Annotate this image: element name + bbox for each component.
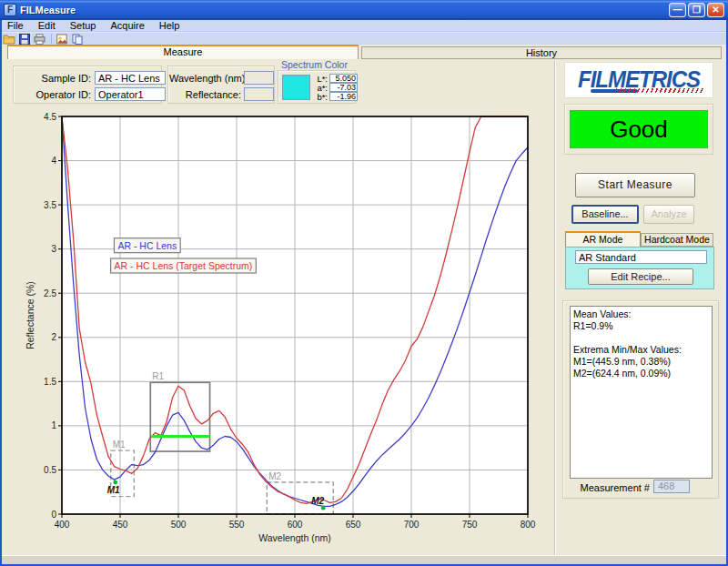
recipe-input[interactable] bbox=[575, 250, 707, 264]
svg-text:M2: M2 bbox=[268, 471, 281, 481]
edit-recipe-button[interactable]: Edit Recipe... bbox=[588, 268, 693, 285]
svg-text:M1: M1 bbox=[107, 485, 120, 495]
toolbar bbox=[0, 33, 728, 45]
menu-edit[interactable]: Edit bbox=[31, 20, 63, 32]
lab-a-row: a*: -7.03 bbox=[313, 83, 358, 92]
lab-a-value: -7.03 bbox=[329, 83, 358, 92]
close-button[interactable]: ✕ bbox=[707, 3, 724, 17]
svg-text:4: 4 bbox=[51, 156, 56, 166]
menu-file[interactable]: File bbox=[0, 20, 31, 32]
svg-text:3: 3 bbox=[51, 244, 56, 254]
logo-hatch bbox=[616, 88, 703, 93]
lab-b-label: b*: bbox=[313, 92, 328, 102]
spectrum-chart[interactable]: 40045050055060065070075080000.511.522.53… bbox=[22, 106, 546, 561]
svg-text:AR - HC Lens: AR - HC Lens bbox=[117, 240, 177, 251]
svg-text:Wavelength (nm): Wavelength (nm) bbox=[258, 532, 331, 543]
svg-text:600: 600 bbox=[288, 520, 303, 530]
measurement-number-value: 468 bbox=[653, 480, 690, 493]
minimize-button[interactable]: — bbox=[669, 3, 686, 17]
svg-text:1: 1 bbox=[51, 420, 56, 430]
app-icon: F bbox=[4, 4, 16, 16]
svg-text:0.5: 0.5 bbox=[44, 465, 56, 475]
svg-text:550: 550 bbox=[229, 520, 245, 530]
svg-text:2: 2 bbox=[51, 332, 56, 342]
operator-id-input[interactable] bbox=[95, 87, 166, 101]
operator-id-label: Operator ID: bbox=[18, 89, 91, 100]
menu-acquire[interactable]: Acquire bbox=[103, 20, 151, 32]
lab-b-row: b*: -1.96 bbox=[313, 92, 358, 101]
reflectance-label: Reflectance: bbox=[169, 89, 241, 100]
tab-hardcoat-mode[interactable]: Hardcoat Mode bbox=[641, 233, 713, 247]
print-icon[interactable] bbox=[33, 34, 46, 45]
app-window: F FILMeasure — ❐ ✕ File Edit Setup Acqui… bbox=[0, 0, 728, 566]
analyze-button[interactable]: Analyze bbox=[643, 205, 694, 224]
restore-button[interactable]: ❐ bbox=[688, 3, 705, 17]
tab-ar-mode[interactable]: AR Mode bbox=[565, 231, 641, 247]
sample-id-label: Sample ID: bbox=[18, 73, 91, 84]
lab-l-row: L*: 5.050 bbox=[313, 74, 358, 83]
window-title: FILMeasure bbox=[20, 5, 667, 15]
spectrum-swatch bbox=[282, 75, 310, 100]
lab-b-value: -1.96 bbox=[329, 92, 358, 101]
svg-text:650: 650 bbox=[346, 520, 361, 530]
window-edge-left bbox=[0, 20, 2, 566]
copy-icon[interactable] bbox=[70, 34, 84, 45]
svg-text:450: 450 bbox=[113, 520, 128, 530]
svg-text:R1: R1 bbox=[152, 371, 164, 381]
tab-measure[interactable]: Measure bbox=[7, 45, 359, 59]
save-icon[interactable] bbox=[17, 34, 31, 45]
title-bar: F FILMeasure — ❐ ✕ bbox=[0, 0, 728, 20]
results-group: Mean Values: R1=0.9% Extrema Min/Max Val… bbox=[562, 300, 719, 499]
wavelength-readout bbox=[244, 71, 274, 85]
svg-text:1.5: 1.5 bbox=[44, 377, 56, 387]
filmetrics-logo: FILMETRICS bbox=[564, 62, 713, 98]
svg-text:500: 500 bbox=[171, 520, 187, 530]
menu-help[interactable]: Help bbox=[152, 20, 187, 32]
menu-setup[interactable]: Setup bbox=[63, 20, 104, 32]
snapshot-icon[interactable] bbox=[55, 34, 68, 45]
svg-text:2.5: 2.5 bbox=[44, 288, 56, 298]
sample-id-input[interactable] bbox=[95, 71, 166, 85]
svg-text:0: 0 bbox=[51, 510, 56, 520]
window-bottom-strip bbox=[2, 555, 726, 564]
svg-text:800: 800 bbox=[521, 520, 536, 530]
svg-text:M2: M2 bbox=[311, 496, 324, 506]
svg-text:3.5: 3.5 bbox=[44, 200, 56, 210]
menu-bar: File Edit Setup Acquire Help bbox=[0, 20, 728, 32]
svg-text:400: 400 bbox=[55, 520, 70, 530]
lab-l-value: 5.050 bbox=[329, 74, 358, 83]
svg-text:4.5: 4.5 bbox=[44, 112, 56, 122]
svg-text:M1: M1 bbox=[113, 440, 126, 450]
start-measure-button[interactable]: Start Measure bbox=[575, 173, 695, 197]
baseline-button[interactable]: Baseline... bbox=[571, 205, 639, 224]
svg-text:750: 750 bbox=[462, 520, 478, 530]
chart-canvas: 40045050055060065070075080000.511.522.53… bbox=[22, 106, 546, 561]
panel-divider bbox=[554, 60, 556, 555]
wavelength-label: Wavelength (nm): bbox=[169, 73, 241, 84]
open-icon[interactable] bbox=[2, 34, 15, 45]
svg-text:AR - HC Lens (Target Spectrum): AR - HC Lens (Target Spectrum) bbox=[115, 260, 253, 271]
measurement-number-label: Measurement # bbox=[562, 482, 650, 493]
spectrum-color-label: Spectrum Color bbox=[281, 59, 348, 70]
reflectance-readout bbox=[244, 87, 274, 101]
svg-text:700: 700 bbox=[404, 520, 420, 530]
svg-text:Reflectance (%): Reflectance (%) bbox=[25, 281, 35, 349]
toolbar-separator bbox=[51, 34, 52, 44]
results-text: Mean Values: R1=0.9% Extrema Min/Max Val… bbox=[570, 306, 713, 479]
status-group: Good bbox=[564, 104, 713, 155]
status-badge: Good bbox=[570, 110, 708, 148]
tab-history[interactable]: History bbox=[361, 46, 722, 59]
